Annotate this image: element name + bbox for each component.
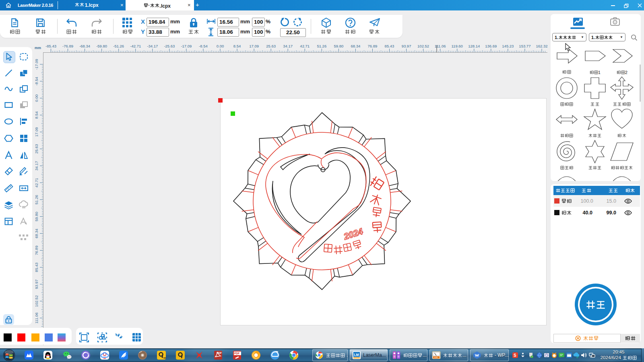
svg-text:25.63: 25.63 [266,44,276,48]
svg-text:-25.63: -25.63 [164,44,175,48]
svg-text:102.52: 102.52 [417,44,429,48]
svg-text:-68.34: -68.34 [79,44,90,48]
svg-text:-8.54: -8.54 [199,44,208,48]
svg-text:111.06: 111.06 [34,313,39,324]
svg-text:34.17: 34.17 [34,161,39,171]
svg-text:-17.09: -17.09 [34,59,39,70]
svg-text:34.17: 34.17 [283,44,293,48]
svg-text:-8.54: -8.54 [34,77,39,86]
svg-text:17.09: 17.09 [34,127,39,137]
svg-text:59.80: 59.80 [34,212,39,221]
svg-text:51.26: 51.26 [317,44,326,48]
svg-text:128.14: 128.14 [468,44,480,48]
svg-text:-59.80: -59.80 [96,44,107,48]
svg-text:162.32: 162.32 [536,44,547,48]
svg-text:8.54: 8.54 [233,44,241,48]
svg-text:-34.17: -34.17 [147,44,158,48]
svg-text:-42.71: -42.71 [130,44,141,48]
svg-text:85.43: 85.43 [385,44,394,48]
svg-text:93.97: 93.97 [34,280,39,289]
svg-text:68.34: 68.34 [34,229,39,239]
svg-text:102.52: 102.52 [34,295,39,307]
svg-text:64: 64 [163,357,166,359]
svg-text:68.34: 68.34 [351,44,361,48]
svg-text:0.00: 0.00 [217,44,224,48]
svg-text:-85.43: -85.43 [45,44,56,48]
svg-text:76.89: 76.89 [368,44,378,48]
svg-text:153.77: 153.77 [519,44,530,48]
svg-text:S: S [514,353,516,358]
svg-text:145.23: 145.23 [502,44,514,48]
svg-text:-76.89: -76.89 [62,44,73,48]
svg-text:85.43: 85.43 [34,263,39,272]
svg-text:8.54: 8.54 [34,111,39,119]
svg-text:59.80: 59.80 [334,44,343,48]
svg-text:17.09: 17.09 [249,44,259,48]
svg-text:PDF: PDF [217,352,222,354]
svg-text:-17.09: -17.09 [181,44,192,48]
svg-text:0.00: 0.00 [34,95,39,102]
svg-text:2024: 2024 [342,226,364,242]
svg-text:-51.26: -51.26 [113,44,124,48]
svg-text:76.89: 76.89 [34,246,39,255]
svg-text:119.60: 119.60 [452,44,463,48]
svg-text:42.71: 42.71 [300,44,310,48]
svg-text:111.06: 111.06 [435,44,446,48]
svg-text:51.26: 51.26 [34,195,39,204]
svg-text:PDF: PDF [234,352,239,355]
svg-text:DISK: DISK [434,356,438,358]
svg-text:136.69: 136.69 [485,44,497,48]
svg-text:93.97: 93.97 [402,44,411,48]
svg-text:LM: LM [354,353,359,357]
svg-text:42.71: 42.71 [34,178,39,187]
svg-text:25.63: 25.63 [34,144,39,154]
